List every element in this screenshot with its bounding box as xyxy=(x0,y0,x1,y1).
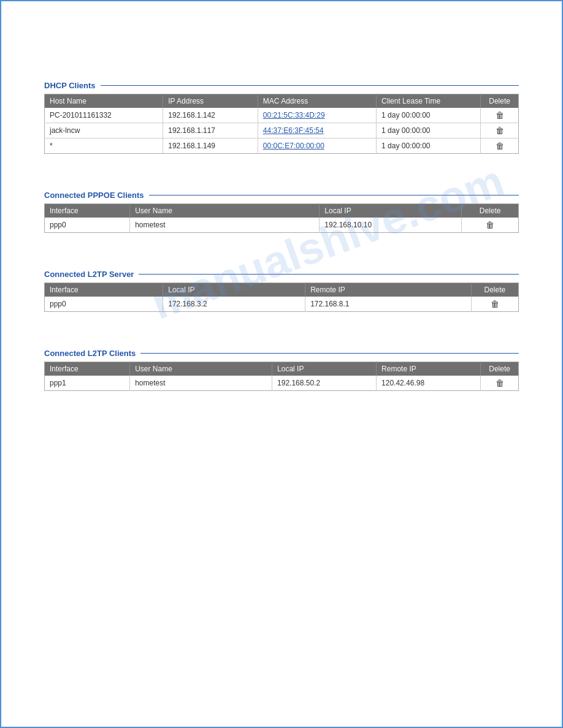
dhcp-row-0: PC-201011161332 192.168.1.142 00:21:5C:3… xyxy=(45,108,519,123)
pppoe-clients-section: Connected PPPOE Clients Interface User N… xyxy=(44,191,519,233)
dhcp-col-mac: MAC Address xyxy=(258,94,376,108)
pppoe-col-interface: Interface xyxy=(45,204,130,218)
dhcp-ip-2: 192.168.1.149 xyxy=(163,138,258,154)
l2tp-server-title: Connected L2TP Server xyxy=(44,270,519,279)
dhcp-row-2: * 192.168.1.149 00:0C:E7:00:00:00 1 day … xyxy=(45,138,519,154)
l2tp-clients-table: Interface User Name Local IP Remote IP D… xyxy=(44,362,519,391)
l2tpc-interface-0: ppp1 xyxy=(45,376,130,391)
l2tpc-header-row: Interface User Name Local IP Remote IP D… xyxy=(45,362,519,376)
delete-icon-l2tpc-0[interactable]: 🗑 xyxy=(496,378,504,388)
l2tps-interface-0: ppp0 xyxy=(45,297,163,312)
dhcp-col-host: Host Name xyxy=(45,94,163,108)
dhcp-host-2: * xyxy=(45,138,163,154)
dhcp-mac-2: 00:0C:E7:00:00:00 xyxy=(258,138,376,154)
dhcp-col-ip: IP Address xyxy=(163,94,258,108)
l2tpc-remoteip-0: 120.42.46.98 xyxy=(377,376,481,391)
dhcp-delete-1[interactable]: 🗑 xyxy=(481,123,519,138)
l2tpc-col-localip: Local IP xyxy=(272,362,377,376)
dhcp-clients-table: Host Name IP Address MAC Address Client … xyxy=(44,94,519,154)
pppoe-username-0: hometest xyxy=(130,218,320,233)
l2tpc-col-interface: Interface xyxy=(45,362,130,376)
l2tps-delete-0[interactable]: 🗑 xyxy=(471,297,518,312)
l2tps-row-0: ppp0 172.168.3.2 172.168.8.1 🗑 xyxy=(45,297,519,312)
pppoe-localip-0: 192.168.10.10 xyxy=(320,218,462,233)
pppoe-col-localip: Local IP xyxy=(320,204,462,218)
pppoe-header-row: Interface User Name Local IP Delete xyxy=(45,204,519,218)
dhcp-ip-0: 192.168.1.142 xyxy=(163,108,258,123)
dhcp-lease-0: 1 day 00:00:00 xyxy=(377,108,481,123)
l2tp-clients-section: Connected L2TP Clients Interface User Na… xyxy=(44,349,519,391)
dhcp-mac-0: 00:21:5C:33:4D:29 xyxy=(258,108,376,123)
l2tp-server-table: Interface Local IP Remote IP Delete ppp0… xyxy=(44,282,519,312)
pppoe-clients-table: Interface User Name Local IP Delete ppp0… xyxy=(44,203,519,233)
dhcp-header-row: Host Name IP Address MAC Address Client … xyxy=(45,94,519,108)
page-container: manualshive.com DHCP Clients Host Name I… xyxy=(0,0,563,728)
dhcp-delete-2[interactable]: 🗑 xyxy=(481,138,519,154)
delete-icon-dhcp-1[interactable]: 🗑 xyxy=(496,126,504,135)
l2tps-header-row: Interface Local IP Remote IP Delete xyxy=(45,283,519,297)
dhcp-ip-1: 192.168.1.117 xyxy=(163,123,258,138)
l2tpc-col-delete: Delete xyxy=(481,362,519,376)
l2tps-col-localip: Local IP xyxy=(163,283,305,297)
l2tp-clients-title: Connected L2TP Clients xyxy=(44,349,519,358)
pppoe-interface-0: ppp0 xyxy=(45,218,130,233)
dhcp-delete-0[interactable]: 🗑 xyxy=(481,108,519,123)
delete-icon-dhcp-2[interactable]: 🗑 xyxy=(496,141,504,151)
l2tpc-username-0: hometest xyxy=(130,376,272,391)
dhcp-col-delete: Delete xyxy=(481,94,519,108)
l2tpc-localip-0: 192.168.50.2 xyxy=(272,376,377,391)
dhcp-host-0: PC-201011161332 xyxy=(45,108,163,123)
l2tps-col-delete: Delete xyxy=(471,283,518,297)
l2tpc-delete-0[interactable]: 🗑 xyxy=(481,376,519,391)
l2tpc-row-0: ppp1 hometest 192.168.50.2 120.42.46.98 … xyxy=(45,376,519,391)
pppoe-col-delete: Delete xyxy=(462,204,519,218)
dhcp-lease-2: 1 day 00:00:00 xyxy=(377,138,481,154)
content-area: DHCP Clients Host Name IP Address MAC Ad… xyxy=(1,1,562,440)
dhcp-clients-section: DHCP Clients Host Name IP Address MAC Ad… xyxy=(44,81,519,154)
l2tpc-col-remoteip: Remote IP xyxy=(377,362,481,376)
pppoe-clients-title: Connected PPPOE Clients xyxy=(44,191,519,200)
l2tps-localip-0: 172.168.3.2 xyxy=(163,297,305,312)
dhcp-host-1: jack-lncw xyxy=(45,123,163,138)
delete-icon-dhcp-0[interactable]: 🗑 xyxy=(496,110,504,120)
dhcp-row-1: jack-lncw 192.168.1.117 44:37:E6:3F:45:5… xyxy=(45,123,519,138)
dhcp-lease-1: 1 day 00:00:00 xyxy=(377,123,481,138)
delete-icon-l2tps-0[interactable]: 🗑 xyxy=(491,299,499,309)
dhcp-clients-title: DHCP Clients xyxy=(44,81,519,90)
l2tps-col-interface: Interface xyxy=(45,283,163,297)
pppoe-col-username: User Name xyxy=(130,204,320,218)
l2tps-col-remoteip: Remote IP xyxy=(305,283,472,297)
pppoe-delete-0[interactable]: 🗑 xyxy=(462,218,519,233)
l2tp-server-section: Connected L2TP Server Interface Local IP… xyxy=(44,270,519,312)
l2tpc-col-username: User Name xyxy=(130,362,272,376)
dhcp-col-lease: Client Lease Time xyxy=(377,94,481,108)
dhcp-mac-1: 44:37:E6:3F:45:54 xyxy=(258,123,376,138)
l2tps-remoteip-0: 172.168.8.1 xyxy=(305,297,472,312)
delete-icon-pppoe-0[interactable]: 🗑 xyxy=(486,220,494,230)
pppoe-row-0: ppp0 hometest 192.168.10.10 🗑 xyxy=(45,218,519,233)
